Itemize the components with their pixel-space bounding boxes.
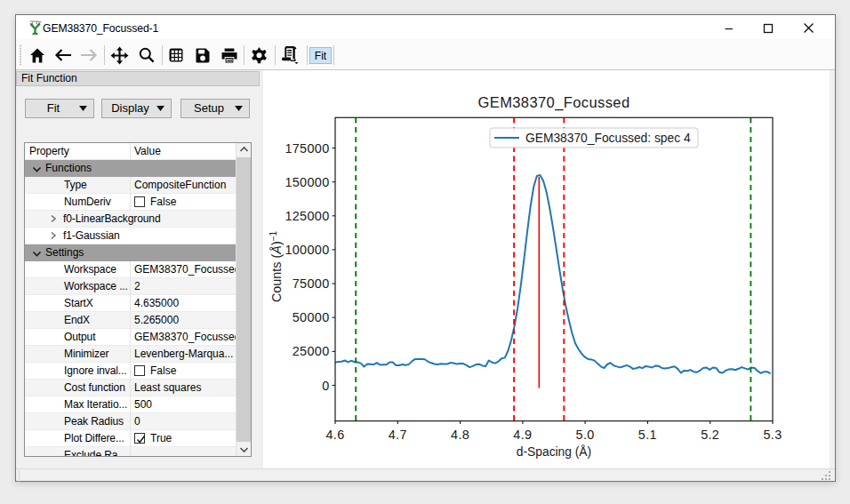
- svg-text:25000: 25000: [293, 344, 330, 358]
- svg-text:50000: 50000: [293, 310, 330, 324]
- svg-text:5.2: 5.2: [701, 428, 719, 442]
- svg-text:100000: 100000: [285, 243, 329, 257]
- svg-text:150000: 150000: [285, 175, 329, 189]
- svg-text:0: 0: [322, 379, 329, 393]
- svg-text:4.9: 4.9: [513, 428, 532, 442]
- svg-text:4.8: 4.8: [451, 428, 469, 442]
- svg-text:175000: 175000: [285, 141, 329, 156]
- svg-text:75000: 75000: [293, 276, 330, 291]
- svg-text:125000: 125000: [285, 209, 329, 223]
- svg-text:4.7: 4.7: [389, 428, 407, 442]
- svg-text:5.3: 5.3: [763, 428, 782, 442]
- svg-text:d-Spacing (Å): d-Spacing (Å): [517, 444, 591, 459]
- svg-text:4.6: 4.6: [325, 428, 344, 442]
- svg-text:GEM38370_Focussed: spec 4: GEM38370_Focussed: spec 4: [525, 132, 691, 145]
- svg-text:5.1: 5.1: [638, 428, 657, 442]
- svg-text:Counts (Å)−1: Counts (Å)−1: [269, 230, 285, 302]
- svg-text:5.0: 5.0: [576, 428, 595, 442]
- svg-text:GEM38370_Focussed: GEM38370_Focussed: [478, 94, 630, 111]
